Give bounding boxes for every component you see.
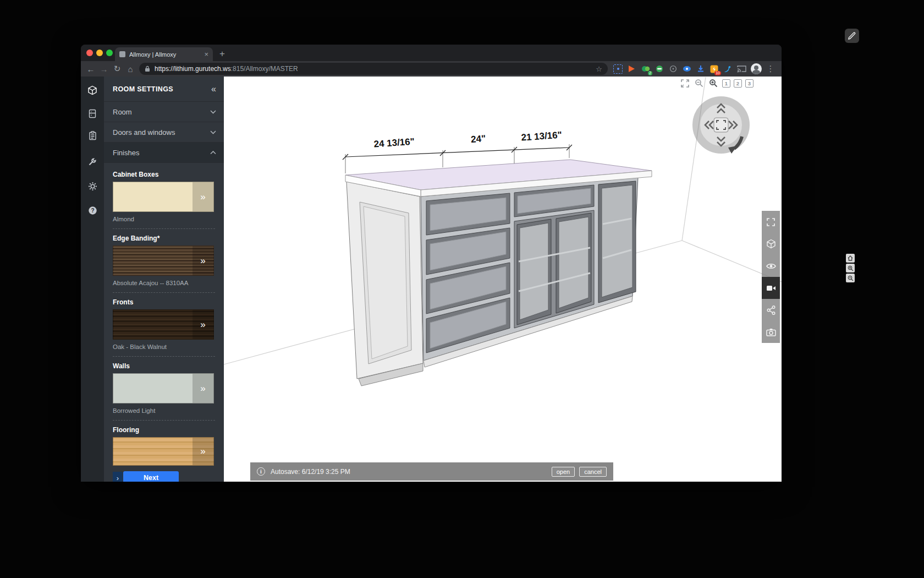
green-dot-extension-icon[interactable] (654, 64, 664, 74)
tab-favicon (119, 51, 125, 57)
view-page-2-button[interactable]: 2 (734, 79, 742, 88)
section-doors-windows[interactable]: Doors and windows (104, 122, 224, 143)
magnify-in-button[interactable] (846, 264, 855, 272)
url-text: https://lithium.gurutech.ws:815/Allmoxy/… (155, 65, 298, 73)
window-zoom-button[interactable] (106, 50, 113, 56)
walkthrough-camera-icon[interactable] (762, 277, 780, 299)
home-icon[interactable]: ⌂ (124, 64, 137, 74)
room-settings-sidebar: ROOM SETTINGS « Room Doors and windows F… (104, 77, 224, 482)
fullscreen-icon[interactable] (762, 211, 780, 233)
cabinet-boxes-swatch[interactable]: » (113, 182, 214, 212)
blue-eye-extension-icon[interactable] (682, 64, 691, 74)
cabinet-tool-icon[interactable] (81, 104, 104, 123)
edge-banding-swatch[interactable]: » (113, 246, 214, 276)
finish-value: Oak - Black Walnut (113, 343, 215, 351)
reload-icon[interactable]: ↻ (111, 64, 124, 74)
browser-toolbar: ← → ↻ ⌂ https://lithium.gurutech.ws:815/… (81, 61, 782, 77)
bookmark-star-icon[interactable]: ☆ (596, 65, 602, 73)
fit-to-screen-icon[interactable] (679, 79, 690, 88)
finish-label: Flooring (113, 426, 215, 434)
screen-edge-tools (846, 254, 855, 282)
play-extension-icon[interactable] (627, 64, 636, 74)
open-button[interactable]: open (552, 467, 575, 477)
dimension-label-1: 24 13/16" (373, 136, 415, 149)
screenshot-extension-icon[interactable] (613, 64, 623, 74)
finish-item-walls: Walls » Borrowed Light (113, 362, 215, 421)
visibility-eye-icon[interactable] (762, 255, 780, 277)
url-path: :815/Allmoxy/MASTER (231, 65, 298, 73)
next-row: › Next (113, 471, 215, 482)
finish-label: Cabinet Boxes (113, 171, 215, 178)
green-circles-extension-icon[interactable]: 2 (641, 64, 650, 74)
zoom-out-icon[interactable] (694, 79, 705, 88)
help-icon[interactable]: ? (81, 201, 104, 220)
cast-icon[interactable] (737, 64, 746, 74)
expand-swatch-button[interactable]: » (193, 246, 213, 275)
tab-strip: Allmoxy | Allmoxy × + (81, 45, 782, 61)
share-icon[interactable] (762, 299, 780, 321)
orange-extension-icon[interactable]: 10 (710, 64, 719, 74)
dimension-label-3: 21 13/16" (521, 129, 562, 143)
info-icon: i (257, 467, 265, 476)
finish-item-flooring: Flooring » (113, 426, 215, 468)
section-room[interactable]: Room (104, 102, 224, 122)
next-chevron-icon[interactable]: › (113, 472, 123, 482)
autosave-text: Autosave: 6/12/19 3:25 PM (271, 468, 350, 476)
snapshot-camera-icon[interactable] (762, 321, 780, 343)
annotate-pencil-button[interactable] (845, 29, 859, 43)
forward-icon[interactable]: → (97, 64, 111, 74)
wrench-tool-icon[interactable] (81, 152, 104, 171)
section-finishes-label: Finishes (113, 149, 210, 157)
chevron-down-icon (210, 130, 216, 134)
lock-icon (145, 66, 150, 72)
next-button[interactable]: Next (123, 471, 179, 482)
expand-swatch-button[interactable]: » (193, 438, 213, 465)
orbit-control[interactable] (691, 95, 751, 155)
expand-swatch-button[interactable]: » (193, 374, 213, 403)
browser-menu-icon[interactable]: ⋮ (766, 64, 775, 74)
glass-door-right (598, 181, 636, 303)
finish-item-cabinet-boxes: Cabinet Boxes » Almond (113, 171, 215, 229)
browser-tab[interactable]: Allmoxy | Allmoxy × (115, 47, 213, 61)
finish-value: Borrowed Light (113, 407, 215, 415)
finish-label: Walls (113, 362, 215, 370)
allmoxy-app: ? ROOM SETTINGS « Room Doors and windows… (81, 77, 782, 482)
fronts-swatch[interactable]: » (113, 309, 214, 340)
clipboard-tool-icon[interactable] (81, 126, 104, 145)
tab-close-icon[interactable]: × (204, 50, 208, 58)
gear-settings-icon[interactable] (81, 177, 104, 195)
expand-swatch-button[interactable]: » (193, 310, 213, 339)
finish-label: Edge Banding* (113, 235, 215, 242)
allmoxy-logo-icon[interactable] (81, 81, 104, 100)
section-finishes[interactable]: Finishes (104, 143, 224, 163)
sidebar-header: ROOM SETTINGS « (104, 77, 224, 102)
chevron-down-icon (210, 110, 216, 114)
autosave-statusbar: i Autosave: 6/12/19 3:25 PM open cancel (250, 462, 613, 481)
browser-window: Allmoxy | Allmoxy × + ← → ↻ ⌂ https://li… (81, 45, 782, 482)
download-extension-icon[interactable] (696, 64, 705, 74)
new-tab-button[interactable]: + (219, 48, 225, 60)
cancel-button[interactable]: cancel (579, 467, 607, 477)
expand-swatch-button[interactable]: » (193, 182, 213, 211)
zoom-in-icon[interactable] (708, 79, 719, 88)
magnify-out-button[interactable] (846, 274, 855, 282)
window-close-button[interactable] (86, 50, 93, 56)
cube-view-icon[interactable] (762, 233, 780, 255)
window-minimize-button[interactable] (96, 50, 103, 56)
walls-swatch[interactable]: » (113, 373, 214, 403)
finish-value: Almond (113, 216, 215, 223)
cabinet-body (345, 160, 652, 386)
bird-extension-icon[interactable] (723, 64, 733, 74)
3d-viewport[interactable]: 24 13/16" 24" 21 13/16" 1 2 3 (224, 77, 782, 482)
profile-avatar[interactable] (751, 63, 762, 74)
flooring-swatch[interactable]: » (113, 437, 214, 466)
chevron-up-icon (210, 151, 216, 155)
sidebar-collapse-icon[interactable]: « (211, 84, 216, 94)
home-view-button[interactable] (846, 254, 855, 263)
extension-badge: 10 (714, 71, 721, 75)
address-bar[interactable]: https://lithium.gurutech.ws:815/Allmoxy/… (139, 63, 608, 75)
view-page-3-button[interactable]: 3 (745, 79, 754, 88)
info-extension-icon[interactable] (668, 64, 678, 74)
back-icon[interactable]: ← (84, 64, 97, 74)
view-page-1-button[interactable]: 1 (722, 79, 730, 88)
